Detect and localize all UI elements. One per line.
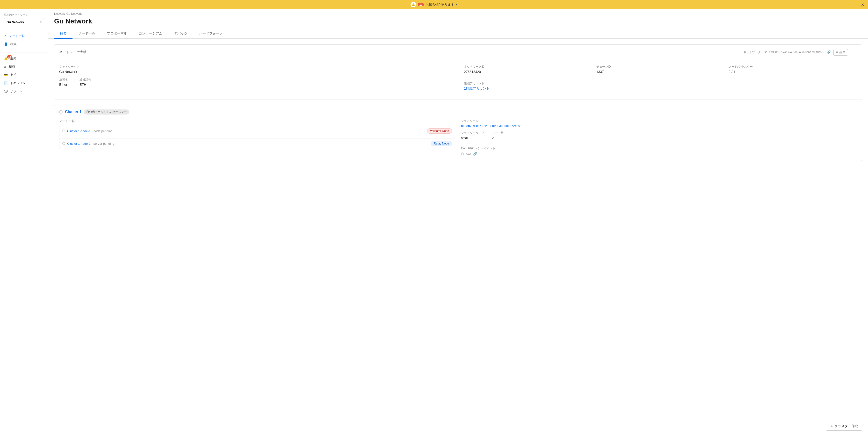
nodes-title: ノード一覧	[59, 119, 455, 123]
node2-status: server pending	[94, 142, 114, 146]
cluster-card: Cluster 1 自組織アカウントのクラスター ⋮ ノード一覧 Cluster…	[54, 104, 862, 161]
main-content: Network: Gu Network Gu Network 概要 ノード一覧 …	[48, 9, 868, 433]
currency-name-label: 通貨名	[59, 78, 68, 82]
cluster-id-value: 8108b746-e151-4431-bf4c-3d0b0ea72539	[461, 124, 857, 128]
tab-debug[interactable]: デバッグ	[168, 29, 193, 39]
node-count-label: ノード数	[492, 131, 504, 135]
chain-id-field: チェーンID 1337	[596, 65, 725, 74]
org-account-value[interactable]: 1組織アカウント	[464, 87, 857, 91]
nodes-section: ノード一覧 Cluster 1-node-1 node pending Vali…	[59, 119, 455, 156]
cluster-header: Cluster 1 自組織アカウントのクラスター ⋮	[54, 105, 862, 119]
edit-button[interactable]: ✏ 編集	[833, 49, 848, 56]
edit-icon: ✏	[836, 51, 839, 54]
sidebar-item-permissions[interactable]: 👤 権限	[0, 40, 48, 48]
cluster-title: Cluster 1	[65, 110, 82, 114]
breadcrumb: Network: Gu Network	[48, 9, 868, 17]
tab-nodes[interactable]: ノード一覧	[72, 29, 101, 39]
current-network-label: 現在のネットワーク	[4, 13, 44, 17]
tab-hardfork[interactable]: ハードフォーク	[193, 29, 228, 39]
sidebar-item-billing[interactable]: 💳 支払い	[0, 71, 48, 79]
cluster-more-button[interactable]: ⋮	[851, 108, 857, 116]
sidebar: 現在のネットワーク Gu Network ▾ ↗ ノード一覧 👤 権限 🔔 12…	[0, 9, 48, 433]
tabs: 概要 ノード一覧 プロポーザル コンソーシアム デバッグ ハードフォーク	[48, 29, 868, 39]
notification-content[interactable]: 🔔 12 お知らせがあります ▾	[410, 2, 457, 7]
rpc-status-dot	[461, 152, 464, 155]
sidebar-item-support[interactable]: 💬 サポート	[0, 87, 48, 95]
network-right-grid: ネットワークID 276313420 チェーンID 1337 ノード/クラスター…	[464, 65, 857, 78]
network-info-title: ネットワーク情報	[59, 50, 86, 54]
network-info-left: ネットワーク名 Gu Network 通貨名 Ether 通貨記号	[59, 65, 458, 95]
node2-status-dot	[62, 142, 65, 145]
sidebar-documents-label: ドキュメント	[10, 81, 29, 85]
cluster-badge: 自組織アカウントのクラスター	[84, 110, 129, 115]
node2-tag: Relay Node	[431, 141, 452, 146]
support-icon: 💬	[4, 90, 8, 93]
documents-icon: 📄	[4, 82, 8, 85]
sidebar-permissions-label: 権限	[10, 42, 17, 47]
permissions-nav-icon: 👤	[4, 42, 8, 46]
currency-name-field: 通貨名 Ether	[59, 78, 68, 87]
sidebar-support-label: サポート	[10, 89, 23, 94]
node1-status-dot	[62, 129, 65, 132]
uuid-link-icon[interactable]: 🔗	[827, 50, 831, 54]
network-selector-chevron-icon: ▾	[40, 21, 41, 24]
sidebar-item-notifications[interactable]: 🔔 12 通知	[0, 54, 48, 63]
invitations-icon: ✉	[4, 65, 6, 69]
node-count-col: ノード数 2	[492, 131, 504, 143]
content-area: ネットワーク情報 ネットワーク Uuid: ce300107-7a17-465d…	[48, 39, 868, 419]
network-id-label: ネットワークID	[464, 65, 592, 69]
tab-proposals[interactable]: プロポーザル	[101, 29, 133, 39]
geth-rpc-label: Geth RPC エンドポイント	[461, 147, 857, 151]
geth-rpc-text: N/A	[466, 152, 471, 156]
nodes-clusters-label: ノード/クラスター	[728, 65, 857, 69]
currency-symbol-label: 通貨記号	[80, 78, 91, 82]
table-row: Cluster 1-node-1 node pending Validator …	[59, 126, 455, 136]
cluster-body: ノード一覧 Cluster 1-node-1 node pending Vali…	[54, 119, 862, 161]
network-info-grid: ネットワーク名 Gu Network 通貨名 Ether 通貨記号	[59, 65, 857, 95]
notification-bar: 🔔 12 お知らせがあります ▾ ✕	[0, 0, 868, 9]
edit-label: 編集	[839, 50, 845, 54]
tab-overview[interactable]: 概要	[54, 29, 72, 39]
org-account-field: 組織アカウント 1組織アカウント	[464, 82, 857, 91]
currency-name-value: Ether	[59, 83, 68, 87]
geth-rpc-value: N/A 🔗	[461, 152, 857, 156]
node-count-value: 2	[492, 136, 504, 140]
sidebar-item-nodes[interactable]: ↗ ノード一覧	[0, 32, 48, 40]
sidebar-divider	[0, 52, 48, 53]
sidebar-item-documents[interactable]: 📄 ドキュメント	[0, 79, 48, 87]
sidebar-item-invitations[interactable]: ✉ 招待	[0, 63, 48, 71]
footer-bar: ＋ クラスター作成	[48, 419, 868, 433]
network-selector[interactable]: Gu Network ▾	[4, 18, 44, 26]
bell-icon: 🔔	[410, 2, 416, 7]
network-info-more-button[interactable]: ⋮	[851, 49, 857, 56]
network-info-right: ネットワークID 276313420 チェーンID 1337 ノード/クラスター…	[458, 65, 857, 95]
cluster-info-section: クラスターID 8108b746-e151-4431-bf4c-3d0b0ea7…	[461, 119, 857, 156]
notification-close-button[interactable]: ✕	[861, 2, 864, 7]
uuid-text: ネットワーク Uuid: ce300107-7a17-465d-9a30-0d6…	[743, 50, 824, 54]
cluster-id-label: クラスターID	[461, 119, 857, 123]
notification-text: お知らせがあります	[426, 2, 454, 7]
nodes-nav-icon: ↗	[4, 34, 7, 38]
create-cluster-button[interactable]: ＋ クラスター作成	[826, 422, 862, 431]
network-info-card: ネットワーク情報 ネットワーク Uuid: ce300107-7a17-465d…	[54, 44, 862, 100]
cluster-type-value: small	[461, 136, 484, 140]
network-info-header: ネットワーク情報 ネットワーク Uuid: ce300107-7a17-465d…	[54, 45, 862, 60]
network-id-value: 276313420	[464, 70, 592, 74]
notifications-badge: 12	[7, 55, 12, 59]
sidebar-nodes-label: ノード一覧	[9, 34, 25, 38]
sidebar-billing-label: 支払い	[10, 73, 20, 77]
network-info-body: ネットワーク名 Gu Network 通貨名 Ether 通貨記号	[54, 60, 862, 99]
network-name-field: ネットワーク名 Gu Network	[59, 65, 452, 74]
cluster-type-col: クラスタータイプ small	[461, 131, 484, 143]
currency-symbol-value: ETH	[80, 83, 91, 87]
node1-status: node pending	[94, 129, 113, 133]
geth-rpc-link-icon[interactable]: 🔗	[473, 152, 477, 156]
page-title: Gu Network	[48, 17, 868, 29]
nodes-clusters-value: 2 / 1	[728, 70, 857, 74]
network-selector-name: Gu Network	[6, 20, 24, 24]
uuid-value: ce300107-7a17-465d-9a30-0d6a7d0f0a53	[769, 51, 824, 54]
node2-name[interactable]: Cluster 1-node-2	[67, 142, 91, 146]
org-account-label: 組織アカウント	[464, 82, 857, 86]
tab-consortium[interactable]: コンソーシアム	[133, 29, 168, 39]
node1-name[interactable]: Cluster 1-node-1	[67, 129, 91, 133]
